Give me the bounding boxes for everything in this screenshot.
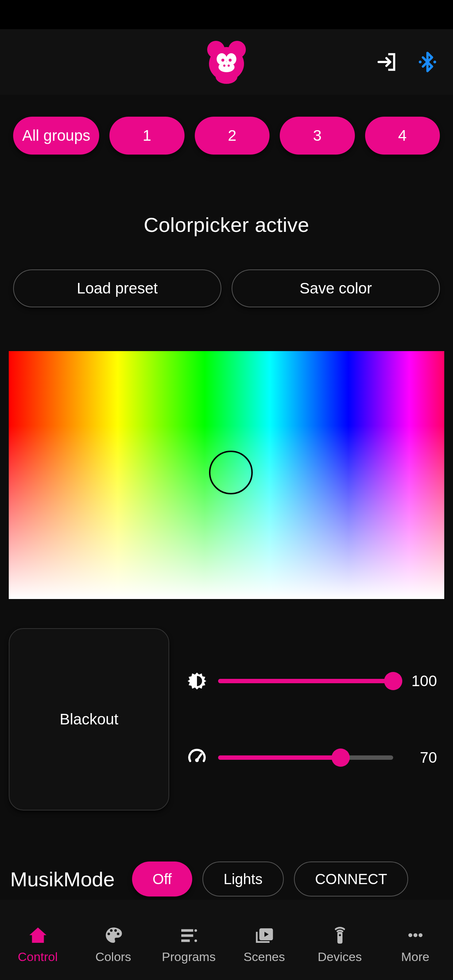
svg-point-9 <box>223 65 225 67</box>
speed-row: 70 <box>187 748 437 768</box>
svg-rect-20 <box>337 932 343 943</box>
list-icon <box>179 923 199 947</box>
app-header <box>0 29 453 95</box>
musik-mode-row: MusikMode Off Lights CONNECT <box>0 810 453 897</box>
speed-slider[interactable] <box>218 756 393 760</box>
svg-point-22 <box>408 933 412 937</box>
group-4[interactable]: 4 <box>365 117 440 154</box>
musik-lights-button[interactable]: Lights <box>203 862 284 897</box>
slider-thumb[interactable] <box>332 748 350 767</box>
group-3[interactable]: 3 <box>280 117 354 154</box>
brightness-value: 100 <box>404 672 437 690</box>
bluetooth-icon[interactable] <box>416 51 439 73</box>
mid-controls: Blackout 100 <box>0 599 453 810</box>
svg-point-24 <box>418 933 423 937</box>
chip-label: Off <box>152 871 172 888</box>
svg-point-21 <box>339 934 341 936</box>
svg-point-17 <box>195 929 197 932</box>
color-picker[interactable] <box>9 351 444 599</box>
nav-colors[interactable]: Colors <box>75 923 151 964</box>
chip-label: Lights <box>223 871 263 888</box>
musik-connect-button[interactable]: CONNECT <box>294 862 408 897</box>
svg-point-23 <box>413 933 417 937</box>
brightness-icon <box>187 671 207 691</box>
load-preset-button[interactable]: Load preset <box>13 269 222 307</box>
svg-rect-16 <box>181 939 190 942</box>
musik-mode-label: MusikMode <box>10 867 115 891</box>
monkey-logo <box>206 40 247 84</box>
group-label: 3 <box>313 127 321 145</box>
blackout-button[interactable]: Blackout <box>9 628 169 810</box>
nav-scenes[interactable]: Scenes <box>226 923 302 964</box>
page-title: Colorpicker active <box>0 213 453 237</box>
chip-label: CONNECT <box>315 871 388 888</box>
button-label: Save color <box>300 280 372 297</box>
save-color-button[interactable]: Save color <box>231 269 440 307</box>
color-picker-cursor[interactable] <box>209 450 253 495</box>
nav-devices[interactable]: Devices <box>302 923 378 964</box>
group-label: 2 <box>228 127 236 145</box>
group-2[interactable]: 2 <box>195 117 270 154</box>
group-selector: All groups 1 2 3 4 <box>0 95 453 169</box>
brightness-slider[interactable] <box>218 679 393 683</box>
svg-point-11 <box>419 60 422 64</box>
svg-point-18 <box>195 939 197 942</box>
svg-rect-14 <box>181 929 193 932</box>
group-label: 1 <box>143 127 151 145</box>
sliders: 100 70 <box>187 628 444 810</box>
musik-off-button[interactable]: Off <box>132 862 192 897</box>
speed-icon <box>187 748 207 768</box>
blackout-label: Blackout <box>59 711 118 728</box>
nav-label: Devices <box>318 950 362 964</box>
nav-programs[interactable]: Programs <box>151 923 226 964</box>
group-all[interactable]: All groups <box>13 117 99 154</box>
nav-label: Control <box>18 950 58 964</box>
svg-point-6 <box>219 62 234 72</box>
preset-row: Load preset Save color <box>0 269 453 307</box>
speed-value: 70 <box>404 749 437 766</box>
nav-more[interactable]: More <box>378 923 453 964</box>
slider-thumb[interactable] <box>384 672 402 690</box>
svg-point-12 <box>433 60 436 64</box>
more-icon <box>405 923 426 947</box>
button-label: Load preset <box>77 280 158 297</box>
group-1[interactable]: 1 <box>109 117 184 154</box>
nav-label: Scenes <box>244 950 285 964</box>
group-label: All groups <box>22 127 91 145</box>
video-library-icon <box>254 923 274 947</box>
nav-label: Programs <box>162 950 215 964</box>
group-label: 4 <box>398 127 407 145</box>
bottom-nav: Control Colors Programs Scenes Devices M… <box>0 900 453 980</box>
palette-icon <box>103 923 124 947</box>
nav-label: More <box>401 950 429 964</box>
home-icon <box>28 923 48 947</box>
svg-point-13 <box>195 758 199 762</box>
svg-point-8 <box>229 59 231 62</box>
login-icon[interactable] <box>376 50 399 74</box>
brightness-row: 100 <box>187 671 437 691</box>
svg-rect-15 <box>181 934 193 937</box>
remote-icon <box>330 923 350 947</box>
status-bar <box>0 0 453 29</box>
svg-point-7 <box>222 59 224 62</box>
nav-control[interactable]: Control <box>0 923 75 964</box>
svg-point-10 <box>228 65 230 67</box>
nav-label: Colors <box>95 950 131 964</box>
